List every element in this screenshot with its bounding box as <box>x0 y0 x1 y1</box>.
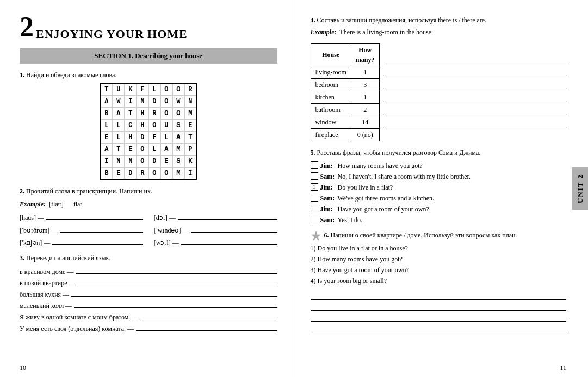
left-page: 2 ENJOYING YOUR HOME SECTION 1. Describi… <box>0 0 294 377</box>
dialogue-text: No, I haven't. I share a room with my li… <box>338 172 567 181</box>
table-answer-line[interactable] <box>384 104 567 116</box>
ws-cell: B <box>101 167 113 179</box>
trans-item-3: [ˈkɪtʃən] — <box>20 237 143 248</box>
ws-cell: E <box>125 143 137 155</box>
table-cell-count: 14 <box>351 116 379 129</box>
ws-cell: O <box>160 167 172 179</box>
writing-line[interactable] <box>311 301 567 311</box>
translate-label: маленький холл — <box>20 301 72 311</box>
writing-line[interactable] <box>311 290 567 300</box>
table-answer-line[interactable] <box>384 91 567 103</box>
trans-item-4: [dɔː] — <box>154 212 277 223</box>
trans-line-4[interactable] <box>178 212 277 220</box>
ws-cell: A <box>101 96 113 108</box>
trans-item-6: [wɔːl] — <box>154 237 277 248</box>
word-search-grid: TUKFLOORAWINDOWNBATHROOMLLCHOUSEELHDFLAT… <box>100 83 197 180</box>
ws-row: INNODESK <box>101 155 196 167</box>
question-item: 4) Is your room big or small? <box>311 276 567 286</box>
trans-line-5[interactable] <box>191 225 277 233</box>
ws-cell: E <box>184 120 196 131</box>
transcription-grid: [haus] — [dɔː] — [ˈbɑːðrʊm] — [ˈwɪndəʊ] … <box>20 212 277 248</box>
exercise-6-icon <box>311 230 321 241</box>
ws-cell: M <box>184 108 196 120</box>
translate-answer-line[interactable] <box>140 312 277 319</box>
unit-tab: UNIT 2 <box>572 167 589 210</box>
ws-cell: O <box>160 96 172 108</box>
table-row: kitchen1 <box>311 91 379 104</box>
table-answer-line[interactable] <box>384 65 567 77</box>
exercise-5-num: 5. <box>311 149 315 156</box>
ws-cell: O <box>148 167 160 179</box>
exercise-1-num: 1. <box>20 71 24 79</box>
ws-cell: B <box>101 108 113 120</box>
translate-item: маленький холл — <box>20 300 277 311</box>
exercise-3-title: 3. Переведи на английский язык. <box>20 253 277 263</box>
ws-cell: I <box>125 96 137 108</box>
unit-label: UNIT 2 <box>576 174 584 203</box>
trans-line-1[interactable] <box>46 212 143 220</box>
dialogue-checkbox[interactable] <box>311 216 318 223</box>
dialogue-checkbox[interactable] <box>311 194 318 202</box>
translate-answer-line[interactable] <box>136 323 277 331</box>
table-row: bedroom3 <box>311 79 379 91</box>
table-answer-line[interactable] <box>384 117 567 129</box>
question-item: 3) Have you got a room of your own? <box>311 265 567 275</box>
table-cell-room: living-room <box>311 66 351 79</box>
exercise-2: 2. Прочитай слова в транскрипции. Напиши… <box>20 186 277 248</box>
translate-answer-line[interactable] <box>71 289 277 297</box>
ws-cell: A <box>160 143 172 155</box>
translate-answer-line[interactable] <box>76 266 277 274</box>
exercise-2-title: 2. Прочитай слова в транскрипции. Напиши… <box>20 186 277 196</box>
ws-cell: R <box>184 84 196 96</box>
exercise-1-text: Найди и обведи знакомые слова. <box>26 71 116 79</box>
ws-cell: O <box>160 108 172 120</box>
table-cell-room: kitchen <box>311 91 351 104</box>
table-answer-line[interactable] <box>384 78 567 90</box>
table-header-count: Howmany? <box>351 44 379 66</box>
ws-cell: O <box>172 84 184 96</box>
exercise-5-text: Расставь фразы, чтобы получился разговор… <box>317 149 481 156</box>
dialogue-speaker: Sam: <box>320 193 336 203</box>
dialogue-line: Sam:Yes, I do. <box>311 215 567 225</box>
table-answer-line[interactable] <box>384 52 567 64</box>
ws-cell: E <box>113 167 125 179</box>
exercise-5-title: 5. Расставь фразы, чтобы получился разго… <box>311 148 567 158</box>
ws-cell: O <box>137 155 148 167</box>
table-cell-room: bathroom <box>311 104 351 116</box>
writing-line[interactable] <box>311 312 567 322</box>
table-cell-count: 1 <box>351 66 379 79</box>
dialogue-checkbox[interactable]: 1 <box>311 183 318 191</box>
exercise-1-title: 1. Найди и обведи знакомые слова. <box>20 70 277 80</box>
translate-answer-line[interactable] <box>78 278 277 285</box>
dialogue-speaker: Sam: <box>320 172 336 181</box>
table-row: window14 <box>311 116 379 129</box>
dialogue-speaker: Jim: <box>320 204 336 214</box>
trans-text-5: [ˈwɪndəʊ] — <box>154 225 189 235</box>
translate-items: в красивом доме —в новой квартире —больш… <box>20 266 277 334</box>
questions-list: 1) Do you live in a flat or in a house?2… <box>311 243 567 286</box>
ws-cell: F <box>148 131 160 143</box>
table-row: living-room1 <box>311 66 379 79</box>
ws-cell: D <box>148 155 160 167</box>
dialogue-line: Sam:No, I haven't. I share a room with m… <box>311 172 567 181</box>
ws-cell: H <box>125 131 137 143</box>
answer-lines-area <box>384 40 567 130</box>
exercise-2-text: Прочитай слова в транскрипции. Напиши их… <box>26 187 152 195</box>
ws-cell: S <box>172 155 184 167</box>
translate-item: в новой квартире — <box>20 278 277 288</box>
exercise-4-num: 4. <box>311 16 315 24</box>
ws-cell: I <box>101 155 113 167</box>
writing-line[interactable] <box>311 323 567 332</box>
trans-line-2[interactable] <box>60 225 143 233</box>
ws-cell: N <box>125 155 137 167</box>
trans-line-6[interactable] <box>181 237 277 245</box>
ws-cell: H <box>137 108 148 120</box>
table-cell-count: 2 <box>351 104 379 116</box>
dialogue-checkbox[interactable] <box>311 172 318 180</box>
translate-answer-line[interactable] <box>74 300 277 308</box>
trans-line-3[interactable] <box>52 237 143 245</box>
dialogue-checkbox[interactable] <box>311 205 318 212</box>
exercise-3: 3. Переведи на английский язык. в красив… <box>20 253 277 334</box>
dialogue-line: 1Jim:Do you live in a flat? <box>311 183 567 192</box>
dialogue-checkbox[interactable] <box>311 161 318 169</box>
